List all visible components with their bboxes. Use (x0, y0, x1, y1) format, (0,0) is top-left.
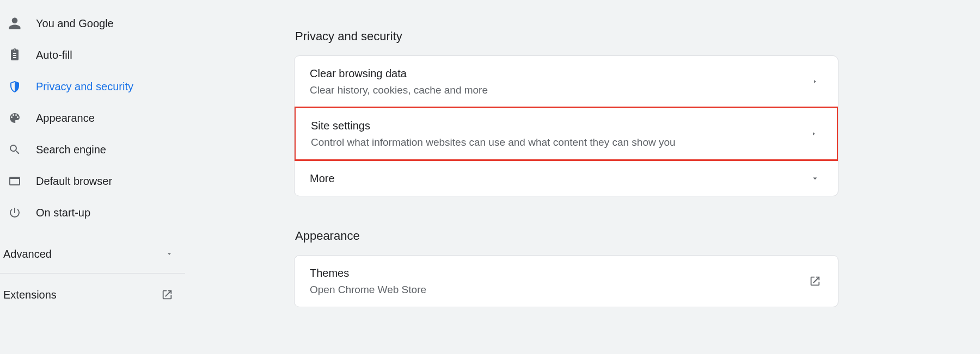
open-in-new-icon (807, 275, 823, 287)
power-icon (5, 206, 24, 219)
privacy-card: Clear browsing data Clear history, cooki… (294, 55, 838, 196)
clipboard-icon (5, 48, 24, 61)
row-subtitle: Control what information websites can us… (311, 135, 806, 150)
appearance-card: Themes Open Chrome Web Store (294, 255, 838, 307)
row-title: Clear browsing data (310, 66, 807, 81)
palette-icon (5, 111, 24, 125)
row-themes[interactable]: Themes Open Chrome Web Store (295, 256, 838, 307)
section-heading-privacy: Privacy and security (295, 29, 838, 44)
row-site-settings[interactable]: Site settings Control what information w… (294, 107, 838, 161)
sidebar-item-default-browser[interactable]: Default browser (0, 165, 185, 197)
settings-sidebar: You and Google Auto-fill Privacy and sec… (0, 0, 185, 354)
shield-icon (5, 80, 24, 93)
row-subtitle: Clear history, cookies, cache and more (310, 83, 807, 97)
sidebar-item-label: Default browser (36, 175, 112, 188)
section-heading-appearance: Appearance (295, 229, 838, 243)
row-title: Site settings (311, 118, 806, 133)
search-icon (5, 143, 24, 156)
sidebar-item-extensions[interactable]: Extensions (0, 279, 185, 310)
open-in-new-icon (161, 289, 173, 301)
row-clear-browsing-data[interactable]: Clear browsing data Clear history, cooki… (295, 56, 838, 107)
sidebar-item-you-and-google[interactable]: You and Google (0, 8, 185, 39)
sidebar-item-autofill[interactable]: Auto-fill (0, 39, 185, 71)
row-more[interactable]: More (295, 160, 838, 196)
chevron-down-icon (807, 173, 823, 183)
settings-main: Privacy and security Clear browsing data… (185, 0, 980, 354)
row-subtitle: Open Chrome Web Store (310, 283, 807, 297)
arrow-right-icon (807, 78, 823, 85)
caret-down-icon (166, 250, 173, 258)
sidebar-advanced-label: Advanced (3, 248, 52, 260)
sidebar-item-label: Appearance (36, 112, 95, 125)
arrow-right-icon (806, 130, 822, 138)
sidebar-item-label: Auto-fill (36, 49, 72, 61)
sidebar-item-label: On start-up (36, 207, 90, 219)
sidebar-item-on-startup[interactable]: On start-up (0, 197, 185, 228)
row-title: Themes (310, 265, 807, 281)
sidebar-item-label: You and Google (36, 17, 114, 30)
sidebar-item-appearance[interactable]: Appearance (0, 102, 185, 134)
sidebar-item-label: Search engine (36, 144, 106, 156)
person-icon (5, 16, 24, 30)
sidebar-advanced-toggle[interactable]: Advanced (0, 238, 185, 270)
sidebar-divider (0, 273, 185, 274)
sidebar-item-privacy-security[interactable]: Privacy and security (0, 71, 185, 102)
row-title: More (310, 171, 807, 186)
sidebar-item-search-engine[interactable]: Search engine (0, 134, 185, 165)
sidebar-item-label: Privacy and security (36, 80, 133, 93)
sidebar-extensions-label: Extensions (3, 289, 57, 301)
browser-icon (5, 175, 24, 188)
